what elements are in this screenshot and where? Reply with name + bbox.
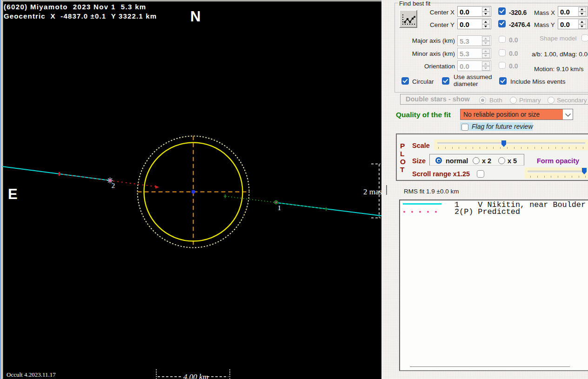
svg-text:Geocentric X -4837.0 ±0.1 Y: Geocentric X -4837.0 ±0.1 Y 3322.1 km — [4, 12, 157, 20]
svg-text:N: N — [190, 8, 200, 25]
svg-text:2 mas: 2 mas — [363, 187, 381, 196]
svg-text:2: 2 — [112, 181, 115, 189]
svg-text:E: E — [8, 186, 18, 202]
svg-text:1: 1 — [278, 204, 281, 212]
svg-text:(6020) Miyamoto 2023 Nov 1 5: (6020) Miyamoto 2023 Nov 1 5.3 km — [4, 3, 147, 11]
svg-text:Occult 4.2023.11.17: Occult 4.2023.11.17 — [7, 371, 56, 378]
svg-text:4.00 km: 4.00 km — [183, 372, 208, 379]
